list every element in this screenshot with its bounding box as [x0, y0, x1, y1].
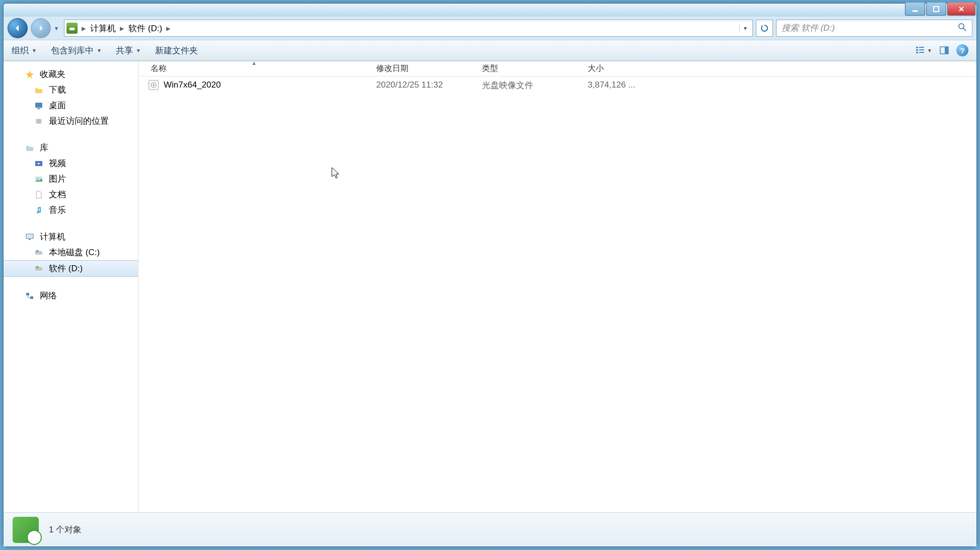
sidebar-item-recent[interactable]: 最近访问的位置: [4, 113, 138, 129]
column-size-label: 大小: [588, 64, 604, 72]
status-bar: 1 个对象: [4, 512, 976, 546]
crumb-separator-icon: ▸: [119, 23, 125, 34]
column-headers: ▲ 名称 修改日期 类型 大小: [138, 61, 976, 76]
column-header-name[interactable]: ▲ 名称: [138, 63, 370, 74]
file-date: 2020/12/25 11:32: [370, 80, 476, 90]
path-dropdown[interactable]: ▾: [739, 25, 750, 32]
breadcrumb-drive[interactable]: 软件 (D:): [125, 23, 165, 34]
library-icon: [25, 143, 35, 153]
file-name: Win7x64_2020: [164, 80, 221, 90]
maximize-button[interactable]: [926, 3, 946, 16]
column-header-type[interactable]: 类型: [476, 63, 582, 74]
back-button[interactable]: [8, 18, 28, 38]
sidebar-item-label: 文档: [49, 189, 66, 200]
include-in-library-button[interactable]: 包含到库中▼: [51, 45, 102, 56]
svg-rect-24: [36, 250, 39, 252]
svg-point-3: [959, 24, 964, 29]
file-row[interactable]: Win7x64_2020 2020/12/25 11:32 光盘映像文件 3,8…: [138, 76, 976, 94]
share-button[interactable]: 共享▼: [116, 45, 141, 56]
computer-label: 计算机: [40, 231, 65, 243]
organize-button[interactable]: 组织▼: [12, 45, 37, 56]
svg-rect-7: [916, 49, 918, 51]
column-header-size[interactable]: 大小: [582, 63, 667, 74]
star-icon: [25, 69, 35, 80]
sidebar-computer[interactable]: 计算机: [4, 229, 138, 245]
preview-pane-button[interactable]: [939, 45, 949, 55]
minimize-button[interactable]: [905, 3, 925, 16]
network-icon: [25, 291, 35, 301]
sidebar-libraries[interactable]: 库: [4, 140, 138, 155]
sidebar-item-label: 视频: [49, 158, 66, 169]
svg-rect-22: [29, 239, 31, 240]
newfolder-label: 新建文件夹: [155, 45, 198, 56]
sidebar-item-drive-c[interactable]: 本地磁盘 (C:): [4, 245, 138, 260]
sidebar-item-label: 本地磁盘 (C:): [49, 247, 100, 258]
toolbar: 组织▼ 包含到库中▼ 共享▼ 新建文件夹 ▼ ?: [4, 40, 976, 61]
explorer-body: 收藏夹 下载 桌面 最近访问的位置 库: [4, 61, 976, 512]
column-type-label: 类型: [482, 64, 498, 72]
column-header-date[interactable]: 修改日期: [370, 63, 476, 74]
svg-rect-8: [919, 49, 924, 50]
help-button[interactable]: ?: [956, 44, 968, 56]
sidebar-item-pictures[interactable]: 图片: [4, 171, 138, 187]
svg-rect-10: [919, 52, 924, 53]
svg-rect-28: [30, 296, 33, 299]
breadcrumb-computer[interactable]: 计算机: [87, 23, 119, 34]
folder-icon: [34, 85, 44, 95]
sidebar-network[interactable]: 网络: [4, 288, 138, 303]
drive-icon: [66, 23, 78, 34]
svg-rect-14: [37, 108, 40, 109]
forward-button[interactable]: [31, 18, 51, 38]
network-label: 网络: [40, 290, 57, 301]
svg-rect-17: [27, 148, 29, 150]
svg-rect-5: [916, 47, 918, 48]
window-controls: [905, 3, 975, 16]
file-list-area: ▲ 名称 修改日期 类型 大小 Win7x64_2020 2020/12/25 …: [138, 61, 976, 512]
svg-rect-0: [913, 11, 918, 12]
desktop-icon: [34, 101, 44, 111]
nav-history-dropdown[interactable]: ▼: [54, 26, 61, 31]
svg-rect-1: [934, 7, 939, 12]
navigation-sidebar: 收藏夹 下载 桌面 最近访问的位置 库: [4, 61, 138, 512]
column-date-label: 修改日期: [376, 64, 408, 72]
column-name-label: 名称: [151, 64, 167, 72]
organize-label: 组织: [12, 45, 29, 56]
crumb-separator-icon: ▸: [81, 23, 87, 34]
favorites-label: 收藏夹: [40, 68, 65, 80]
svg-line-4: [963, 28, 966, 31]
svg-rect-6: [919, 47, 924, 48]
titlebar[interactable]: [4, 4, 976, 17]
breadcrumb-path[interactable]: ▸ 计算机 ▸ 软件 (D:) ▸ ▾: [64, 20, 753, 37]
explorer-window: ▼ ▸ 计算机 ▸ 软件 (D:) ▸ ▾ 组织▼ 包含到库中▼: [3, 3, 977, 547]
svg-rect-12: [945, 47, 948, 54]
iso-file-icon: [149, 80, 159, 90]
close-button[interactable]: [947, 3, 975, 16]
share-label: 共享: [116, 45, 133, 56]
svg-rect-2: [69, 28, 75, 30]
include-label: 包含到库中: [51, 45, 94, 56]
file-size: 3,874,126 ...: [582, 80, 667, 90]
sidebar-item-downloads[interactable]: 下载: [4, 82, 138, 98]
computer-icon: [25, 232, 35, 242]
sidebar-item-drive-d[interactable]: 软件 (D:): [4, 260, 138, 277]
sidebar-item-videos[interactable]: 视频: [4, 155, 138, 171]
search-box[interactable]: [776, 20, 972, 37]
svg-rect-21: [26, 234, 33, 239]
new-folder-button[interactable]: 新建文件夹: [155, 45, 198, 56]
drive-icon: [34, 264, 44, 274]
drive-status-icon: [13, 517, 39, 543]
search-input[interactable]: [782, 23, 958, 33]
picture-icon: [34, 174, 44, 184]
sort-ascending-icon: ▲: [251, 60, 257, 66]
document-icon: [34, 190, 44, 200]
sidebar-item-label: 软件 (D:): [49, 263, 83, 274]
video-icon: [34, 159, 44, 169]
refresh-button[interactable]: [756, 20, 773, 37]
sidebar-item-documents[interactable]: 文档: [4, 187, 138, 202]
file-name-cell: Win7x64_2020: [138, 80, 370, 90]
sidebar-favorites[interactable]: 收藏夹: [4, 66, 138, 82]
sidebar-item-music[interactable]: 音乐: [4, 202, 138, 218]
sidebar-item-desktop[interactable]: 桌面: [4, 98, 138, 113]
libraries-label: 库: [40, 142, 48, 153]
view-mode-button[interactable]: ▼: [915, 45, 932, 55]
